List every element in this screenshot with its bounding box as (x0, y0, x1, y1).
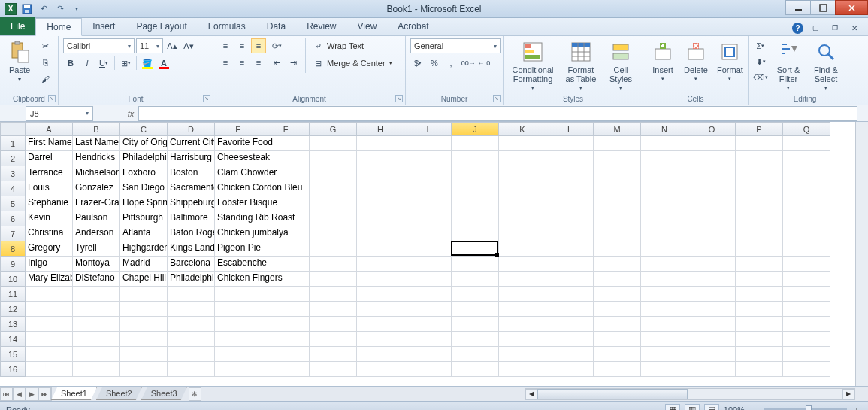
cell[interactable]: Atlanta (120, 226, 168, 241)
cell[interactable] (783, 362, 830, 377)
cell[interactable] (357, 317, 404, 332)
cell[interactable] (736, 241, 783, 257)
cell[interactable] (499, 362, 546, 377)
cell[interactable] (736, 166, 783, 181)
cell[interactable] (215, 362, 262, 377)
cell[interactable] (499, 211, 546, 226)
row-header[interactable]: 14 (0, 332, 26, 347)
find-select-button[interactable]: Find & Select▾ (809, 38, 843, 93)
cell[interactable] (783, 241, 830, 257)
cell[interactable] (262, 362, 310, 377)
cell[interactable] (262, 347, 310, 362)
cell[interactable] (404, 347, 452, 362)
cell[interactable] (688, 136, 736, 151)
column-header[interactable]: E (215, 122, 262, 136)
cell[interactable]: Baton Roge (168, 226, 215, 241)
font-color-button[interactable]: A (156, 56, 171, 71)
cell[interactable]: Last Name (73, 136, 120, 151)
cell[interactable] (783, 272, 830, 287)
cell[interactable] (357, 181, 404, 196)
cell[interactable] (736, 347, 783, 362)
cell[interactable] (168, 287, 215, 302)
minimize-button[interactable] (785, 0, 811, 15)
cell[interactable] (404, 211, 452, 226)
cell[interactable] (120, 332, 168, 347)
cell[interactable] (452, 362, 499, 377)
cell[interactable] (594, 151, 641, 166)
cell[interactable]: Escabenche (215, 257, 262, 272)
cell[interactable] (499, 151, 546, 166)
cell[interactable] (404, 272, 452, 287)
cell[interactable] (594, 136, 641, 151)
font-launcher[interactable]: ↘ (203, 95, 210, 102)
sort-filter-button[interactable]: Sort & Filter▾ (771, 38, 806, 93)
cell[interactable]: Hendricks (73, 151, 120, 166)
cell[interactable] (404, 181, 452, 196)
cell[interactable] (452, 287, 499, 302)
cell[interactable] (594, 362, 641, 377)
currency-button[interactable]: $▾ (410, 56, 425, 71)
cell[interactable] (499, 226, 546, 241)
redo-button[interactable]: ↷ (54, 3, 66, 15)
cell[interactable]: Chicken Cordon Bleu (215, 181, 262, 196)
underline-button[interactable]: U▾ (96, 56, 111, 71)
cell[interactable] (120, 317, 168, 332)
cell[interactable] (546, 226, 594, 241)
cell[interactable] (215, 347, 262, 362)
cell[interactable] (688, 257, 736, 272)
cell[interactable] (499, 196, 546, 211)
row-header[interactable]: 1 (0, 136, 26, 151)
align-middle-icon[interactable]: ≡ (234, 38, 250, 53)
cell[interactable] (404, 362, 452, 377)
fill-button[interactable]: ⬇▾ (753, 54, 768, 69)
cell[interactable]: Pittsburgh (120, 211, 168, 226)
autosum-button[interactable]: Σ▾ (753, 38, 768, 53)
cell[interactable] (26, 362, 73, 377)
cell[interactable] (452, 211, 499, 226)
cell[interactable] (26, 287, 73, 302)
column-header[interactable]: O (688, 122, 736, 136)
border-button[interactable]: ⊞▾ (118, 56, 133, 71)
cell[interactable] (357, 211, 404, 226)
tab-insert[interactable]: Insert (82, 17, 126, 35)
cell[interactable] (688, 181, 736, 196)
row-header[interactable]: 2 (0, 151, 26, 166)
qat-customize[interactable]: ▾ (71, 3, 83, 15)
font-size-combo[interactable]: 11▾ (136, 38, 163, 53)
cell[interactable] (688, 287, 736, 302)
wrap-text-button[interactable]: ⤶ Wrap Text (310, 38, 392, 53)
zoom-level[interactable]: 100% (724, 405, 745, 411)
copy-button[interactable]: ⎘ (38, 55, 53, 70)
cell[interactable] (262, 257, 310, 272)
fill-color-button[interactable]: 🪣 (140, 56, 155, 71)
font-name-combo[interactable]: Calibri▾ (63, 38, 135, 53)
decrease-font-icon[interactable]: A▾ (181, 38, 196, 53)
sheet-nav-next[interactable]: ▶ (26, 387, 38, 401)
cell[interactable] (688, 226, 736, 241)
cell[interactable]: Christina (26, 226, 73, 241)
maximize-button[interactable] (810, 0, 836, 15)
cell[interactable]: San Diego (120, 181, 168, 196)
cell[interactable] (310, 196, 357, 211)
cell[interactable] (546, 317, 594, 332)
save-button[interactable] (21, 3, 33, 15)
tab-view[interactable]: View (347, 17, 388, 35)
page-layout-view-icon[interactable]: ▥ (685, 404, 700, 411)
cell[interactable] (688, 211, 736, 226)
cell[interactable] (641, 241, 688, 257)
cell[interactable]: Frazer-Grant (73, 196, 120, 211)
cell[interactable] (499, 136, 546, 151)
column-header[interactable]: D (168, 122, 215, 136)
cell[interactable] (783, 257, 830, 272)
cell[interactable] (783, 317, 830, 332)
cell[interactable] (594, 196, 641, 211)
format-as-table-button[interactable]: Format as Table▾ (561, 38, 601, 93)
cell[interactable] (262, 241, 310, 257)
cell[interactable] (120, 287, 168, 302)
cell[interactable]: Kevin (26, 211, 73, 226)
cell[interactable] (120, 347, 168, 362)
sheet-nav-last[interactable]: ⏭ (38, 387, 51, 401)
clear-button[interactable]: ⌫▾ (753, 70, 768, 85)
row-header[interactable]: 3 (0, 166, 26, 181)
cell[interactable]: Tyrell (73, 241, 120, 257)
